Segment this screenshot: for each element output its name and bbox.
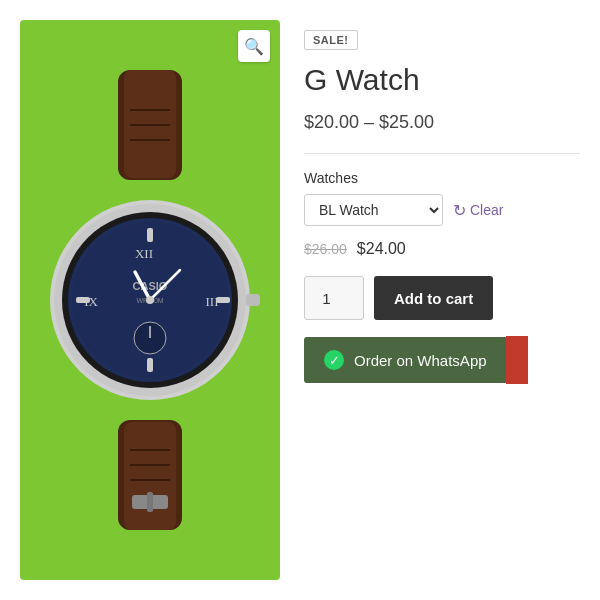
- svg-rect-12: [147, 358, 153, 372]
- quantity-input[interactable]: [304, 276, 364, 320]
- add-to-cart-row: Add to cart: [304, 276, 580, 320]
- refresh-icon: ↻: [453, 201, 466, 220]
- clear-button[interactable]: ↻ Clear: [453, 201, 503, 220]
- svg-text:IX: IX: [84, 294, 98, 309]
- whatsapp-label: Order on WhatsApp: [354, 352, 487, 369]
- svg-rect-11: [147, 228, 153, 242]
- variation-select[interactable]: BL Watch G Watch Silver Watch: [304, 194, 443, 226]
- product-image-area: 🔍 XII III: [20, 20, 280, 580]
- whatsapp-row: ✓ Order on WhatsApp: [304, 336, 580, 384]
- product-title: G Watch: [304, 62, 580, 98]
- add-to-cart-label: Add to cart: [394, 290, 473, 307]
- add-to-cart-button[interactable]: Add to cart: [374, 276, 493, 320]
- svg-text:III: III: [206, 294, 219, 309]
- whatsapp-button[interactable]: ✓ Order on WhatsApp: [304, 337, 507, 383]
- sale-price: $24.00: [357, 240, 406, 258]
- svg-rect-7: [246, 294, 260, 306]
- svg-point-25: [146, 296, 154, 304]
- original-price: $26.00: [304, 241, 347, 257]
- clear-label: Clear: [470, 202, 503, 218]
- svg-rect-27: [124, 422, 176, 530]
- zoom-icon: 🔍: [244, 37, 264, 56]
- divider: [304, 153, 580, 154]
- sale-badge: SALE!: [304, 30, 358, 50]
- variation-label: Watches: [304, 170, 580, 186]
- svg-text:XII: XII: [135, 246, 153, 261]
- whatsapp-icon: ✓: [324, 350, 344, 370]
- price-range: $20.00 – $25.00: [304, 112, 580, 133]
- pricing-row: $26.00 $24.00: [304, 240, 580, 258]
- zoom-button[interactable]: 🔍: [238, 30, 270, 62]
- page-container: 🔍 XII III: [0, 0, 600, 600]
- arrow-decoration: [506, 336, 528, 384]
- variation-row: BL Watch G Watch Silver Watch ↻ Clear: [304, 194, 580, 226]
- svg-rect-32: [147, 492, 153, 512]
- product-details: SALE! G Watch $20.00 – $25.00 Watches BL…: [304, 20, 580, 580]
- watch-image: XII III VI IX CASIO WR 50M: [40, 50, 260, 550]
